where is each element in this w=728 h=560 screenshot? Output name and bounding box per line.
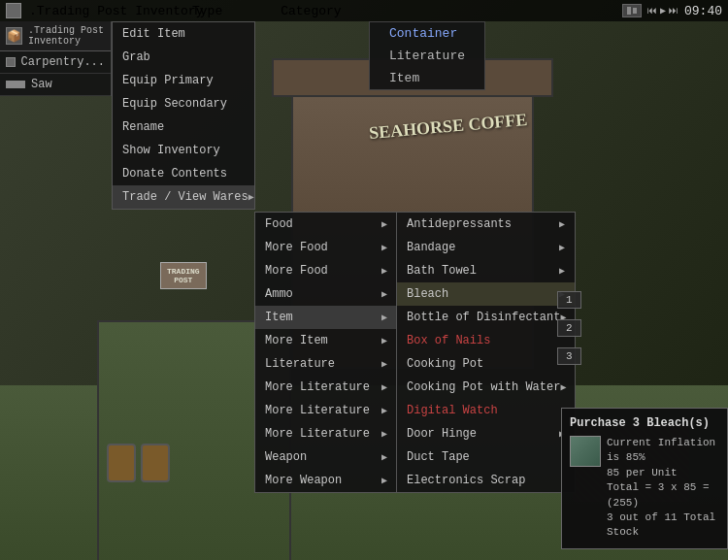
quantity-badge-3[interactable]: 3: [557, 347, 581, 365]
weapon-arrow-icon: ▶: [381, 451, 387, 463]
purchase-tooltip: Purchase 3 Bleach(s) Current Inflation i…: [561, 408, 728, 549]
inventory-title: .Trading Post Inventory: [28, 25, 105, 47]
clock: 09:40: [684, 4, 722, 18]
submenu-wares-categories: Food ▶ More Food ▶ More Food ▶ Ammo ▶ It…: [254, 212, 398, 493]
sub1-literature[interactable]: Literature ▶: [255, 352, 397, 376]
inventory-header: 📦 .Trading Post Inventory: [0, 21, 111, 51]
total-line: Total = 3 x 85 = (255): [607, 480, 719, 511]
sub1-food[interactable]: Food ▶: [255, 213, 397, 236]
sub2-door-hinge[interactable]: Door Hinge ▶: [397, 422, 575, 445]
context-menu-main: Edit Item Grab Equip Primary Equip Secon…: [112, 21, 255, 210]
ctx-donate-contents[interactable]: Donate Contents: [113, 162, 254, 185]
purchase-details: Current Inflation is 85% 85 per Unit Tot…: [607, 436, 719, 541]
more-food-2-arrow-icon: ▶: [381, 265, 387, 277]
sub2-bottle-disinfectant[interactable]: Bottle of Disinfectant ▶: [397, 306, 575, 329]
top-bar-right: ⏮ ▶ ⏭ 09:40: [622, 4, 722, 18]
sub2-bath-towel[interactable]: Bath Towel ▶: [397, 259, 575, 282]
sub1-more-weapon[interactable]: More Weapon ▶: [255, 469, 397, 492]
ctx-edit-item[interactable]: Edit Item: [113, 22, 254, 46]
ammo-arrow-icon: ▶: [381, 288, 387, 300]
literature-arrow-icon: ▶: [381, 358, 387, 370]
more-lit-3-arrow-icon: ▶: [381, 428, 387, 440]
stock-line: 3 out of 11 Total Stock: [607, 511, 719, 541]
sub1-more-food-2[interactable]: More Food ▶: [255, 259, 397, 282]
carpentry-icon: [6, 57, 16, 67]
category-container[interactable]: Container: [370, 22, 484, 45]
purchase-body: Current Inflation is 85% 85 per Unit Tot…: [570, 436, 719, 541]
more-food-1-arrow-icon: ▶: [381, 242, 387, 253]
item-arrow-icon: ▶: [381, 312, 387, 323]
title-icon: [6, 3, 21, 18]
inventory-icon: 📦: [6, 27, 22, 45]
sub2-antidepressants[interactable]: Antidepressants ▶: [397, 213, 575, 236]
inventory-panel: 📦 .Trading Post Inventory Carpentry... S…: [0, 21, 112, 96]
sub1-more-literature-2[interactable]: More Literature ▶: [255, 399, 397, 422]
sub2-cooking-pot[interactable]: Cooking Pot: [397, 352, 575, 376]
sub1-item[interactable]: Item ▶: [255, 306, 397, 329]
more-weapon-arrow-icon: ▶: [381, 475, 387, 486]
quantity-badge-1[interactable]: 1: [557, 291, 581, 309]
inflation-line: Current Inflation is 85%: [607, 436, 719, 466]
media-controls: ⏮ ▶ ⏭: [647, 5, 678, 16]
bath-towel-arrow-icon: ▶: [559, 265, 565, 277]
ctx-equip-secondary[interactable]: Equip Secondary: [113, 92, 254, 115]
category-label: Category: [281, 4, 341, 18]
type-category-labels: Type Category: [192, 4, 342, 18]
cooking-pot-water-arrow-icon: ▶: [560, 381, 566, 393]
minimap-icon: [622, 4, 642, 17]
sub1-more-literature-3[interactable]: More Literature ▶: [255, 422, 397, 445]
food-arrow-icon: ▶: [381, 218, 387, 230]
ctx-show-inventory[interactable]: Show Inventory: [113, 139, 254, 162]
more-lit-2-arrow-icon: ▶: [381, 405, 387, 416]
purchase-title: Purchase 3 Bleach(s): [570, 416, 719, 430]
sub1-ammo[interactable]: Ammo ▶: [255, 282, 397, 306]
trading-post-sign: TRADINGPOST: [160, 262, 207, 289]
sub2-bleach[interactable]: Bleach ▶: [397, 282, 575, 306]
bandage-arrow-icon: ▶: [559, 242, 565, 253]
top-bar: .Trading Post Inventory Type Category ⏮ …: [0, 0, 728, 21]
category-item[interactable]: Item: [370, 67, 484, 89]
ctx-rename[interactable]: Rename: [113, 115, 254, 139]
sub1-more-item[interactable]: More Item ▶: [255, 329, 397, 352]
sub1-more-literature-1[interactable]: More Literature ▶: [255, 376, 397, 399]
quantity-badge-2[interactable]: 2: [557, 319, 581, 337]
inventory-item-carpentry[interactable]: Carpentry...: [0, 51, 111, 74]
sub2-digital-watch[interactable]: Digital Watch: [397, 399, 575, 422]
sub1-more-food-1[interactable]: More Food ▶: [255, 236, 397, 259]
sub2-cooking-pot-water[interactable]: Cooking Pot with Water ▶: [397, 376, 575, 399]
saw-icon: [6, 81, 25, 88]
type-label: Type: [192, 4, 222, 18]
more-item-arrow-icon: ▶: [381, 335, 387, 346]
submenu-items-list: Antidepressants ▶ Bandage ▶ Bath Towel ▶…: [396, 212, 576, 493]
ctx-trade-view-wares[interactable]: Trade / View Wares ▶: [113, 185, 254, 209]
bleach-image: [570, 436, 601, 467]
sub2-duct-tape[interactable]: Duct Tape: [397, 445, 575, 469]
ctx-grab[interactable]: Grab: [113, 46, 254, 69]
inventory-item-saw[interactable]: Saw: [0, 74, 111, 96]
ctx-equip-primary[interactable]: Equip Primary: [113, 69, 254, 92]
trade-arrow-icon: ▶: [248, 191, 254, 203]
category-literature[interactable]: Literature: [370, 45, 484, 67]
sub2-electronics-scrap[interactable]: Electronics Scrap: [397, 469, 575, 492]
category-dropdown: Container Literature Item: [369, 21, 485, 90]
antidepressants-arrow-icon: ▶: [559, 218, 565, 230]
sub2-bandage[interactable]: Bandage ▶: [397, 236, 575, 259]
unit-price-line: 85 per Unit: [607, 466, 719, 480]
top-bar-title: .Trading Post Inventory: [29, 4, 203, 18]
sub2-box-of-nails[interactable]: Box of Nails: [397, 329, 575, 352]
sub1-weapon[interactable]: Weapon ▶: [255, 445, 397, 469]
more-lit-1-arrow-icon: ▶: [381, 381, 387, 393]
